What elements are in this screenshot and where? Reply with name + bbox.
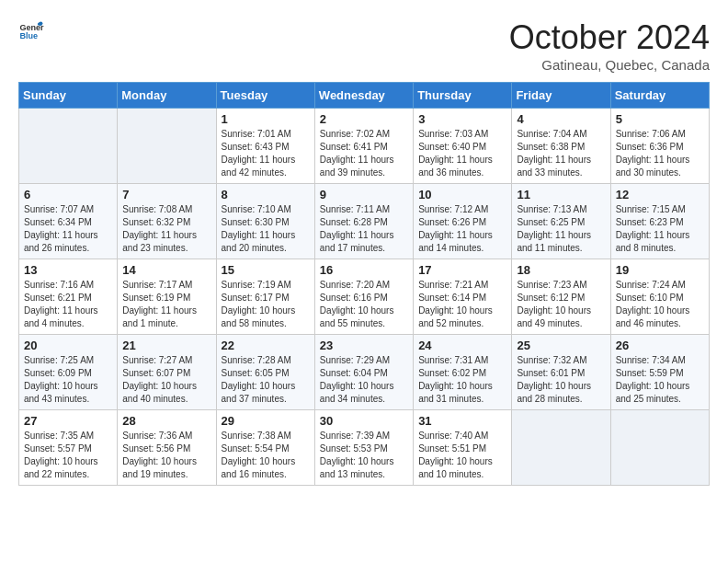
- day-info: Sunrise: 7:29 AM Sunset: 6:04 PM Dayligh…: [320, 354, 408, 406]
- calendar-cell: 26Sunrise: 7:34 AM Sunset: 5:59 PM Dayli…: [610, 335, 709, 410]
- day-info: Sunrise: 7:25 AM Sunset: 6:09 PM Dayligh…: [24, 354, 112, 406]
- day-info: Sunrise: 7:31 AM Sunset: 6:02 PM Dayligh…: [418, 354, 506, 406]
- day-number: 21: [122, 339, 210, 352]
- calendar-cell: 19Sunrise: 7:24 AM Sunset: 6:10 PM Dayli…: [610, 259, 709, 335]
- day-info: Sunrise: 7:40 AM Sunset: 5:51 PM Dayligh…: [418, 430, 506, 481]
- calendar-cell: 30Sunrise: 7:39 AM Sunset: 5:53 PM Dayli…: [314, 410, 413, 486]
- day-info: Sunrise: 7:02 AM Sunset: 6:41 PM Dayligh…: [320, 128, 408, 179]
- calendar-cell: 7Sunrise: 7:08 AM Sunset: 6:32 PM Daylig…: [118, 184, 216, 259]
- day-number: 22: [222, 339, 310, 352]
- calendar-cell: 21Sunrise: 7:27 AM Sunset: 6:07 PM Dayli…: [118, 335, 216, 410]
- calendar-cell: 10Sunrise: 7:12 AM Sunset: 6:26 PM Dayli…: [414, 184, 512, 259]
- day-info: Sunrise: 7:04 AM Sunset: 6:38 PM Dayligh…: [517, 128, 605, 179]
- calendar-cell: 16Sunrise: 7:20 AM Sunset: 6:16 PM Dayli…: [314, 259, 413, 335]
- day-number: 28: [122, 414, 210, 428]
- day-info: Sunrise: 7:17 AM Sunset: 6:19 PM Dayligh…: [122, 279, 210, 330]
- calendar-cell: 5Sunrise: 7:06 AM Sunset: 6:36 PM Daylig…: [610, 109, 709, 184]
- header-day-wednesday: Wednesday: [314, 83, 413, 109]
- day-number: 12: [616, 188, 704, 201]
- day-number: 30: [320, 414, 408, 428]
- day-info: Sunrise: 7:21 AM Sunset: 6:14 PM Dayligh…: [418, 279, 506, 330]
- calendar-week-4: 20Sunrise: 7:25 AM Sunset: 6:09 PM Dayli…: [19, 335, 710, 410]
- calendar-week-1: 1Sunrise: 7:01 AM Sunset: 6:43 PM Daylig…: [19, 109, 710, 184]
- day-info: Sunrise: 7:10 AM Sunset: 6:30 PM Dayligh…: [222, 203, 310, 255]
- day-info: Sunrise: 7:07 AM Sunset: 6:34 PM Dayligh…: [24, 203, 112, 255]
- day-number: 29: [222, 414, 310, 428]
- calendar-cell: 25Sunrise: 7:32 AM Sunset: 6:01 PM Dayli…: [512, 335, 610, 410]
- page-header: General Blue October 2024 Gatineau, Queb…: [18, 18, 710, 73]
- day-number: 14: [122, 263, 210, 277]
- day-number: 24: [418, 339, 506, 352]
- header-day-tuesday: Tuesday: [216, 83, 314, 109]
- calendar-cell: 4Sunrise: 7:04 AM Sunset: 6:38 PM Daylig…: [512, 109, 610, 184]
- day-info: Sunrise: 7:28 AM Sunset: 6:05 PM Dayligh…: [222, 354, 310, 406]
- calendar-cell: [610, 410, 709, 486]
- calendar-cell: 14Sunrise: 7:17 AM Sunset: 6:19 PM Dayli…: [118, 259, 216, 335]
- day-info: Sunrise: 7:06 AM Sunset: 6:36 PM Dayligh…: [616, 128, 704, 179]
- location-subtitle: Gatineau, Quebec, Canada: [509, 57, 710, 73]
- calendar-cell: 11Sunrise: 7:13 AM Sunset: 6:25 PM Dayli…: [512, 184, 610, 259]
- day-info: Sunrise: 7:38 AM Sunset: 5:54 PM Dayligh…: [222, 430, 310, 481]
- calendar-cell: 8Sunrise: 7:10 AM Sunset: 6:30 PM Daylig…: [216, 184, 314, 259]
- day-info: Sunrise: 7:11 AM Sunset: 6:28 PM Dayligh…: [320, 203, 408, 255]
- calendar-cell: 20Sunrise: 7:25 AM Sunset: 6:09 PM Dayli…: [19, 335, 118, 410]
- day-number: 4: [517, 112, 605, 126]
- day-info: Sunrise: 7:39 AM Sunset: 5:53 PM Dayligh…: [320, 430, 408, 481]
- day-number: 1: [222, 112, 310, 126]
- day-number: 9: [320, 188, 408, 201]
- calendar-cell: 12Sunrise: 7:15 AM Sunset: 6:23 PM Dayli…: [610, 184, 709, 259]
- header-day-saturday: Saturday: [610, 83, 709, 109]
- calendar-cell: 15Sunrise: 7:19 AM Sunset: 6:17 PM Dayli…: [216, 259, 314, 335]
- day-info: Sunrise: 7:13 AM Sunset: 6:25 PM Dayligh…: [517, 203, 605, 255]
- calendar-week-3: 13Sunrise: 7:16 AM Sunset: 6:21 PM Dayli…: [19, 259, 710, 335]
- calendar-cell: 22Sunrise: 7:28 AM Sunset: 6:05 PM Dayli…: [216, 335, 314, 410]
- day-info: Sunrise: 7:34 AM Sunset: 5:59 PM Dayligh…: [616, 354, 704, 406]
- calendar-cell: 1Sunrise: 7:01 AM Sunset: 6:43 PM Daylig…: [216, 109, 314, 184]
- calendar-cell: 9Sunrise: 7:11 AM Sunset: 6:28 PM Daylig…: [314, 184, 413, 259]
- day-number: 13: [24, 263, 112, 277]
- month-title: October 2024: [509, 18, 710, 57]
- day-info: Sunrise: 7:15 AM Sunset: 6:23 PM Dayligh…: [616, 203, 704, 255]
- logo-icon: General Blue: [18, 18, 44, 44]
- day-number: 7: [122, 188, 210, 201]
- day-number: 10: [418, 188, 506, 201]
- day-info: Sunrise: 7:24 AM Sunset: 6:10 PM Dayligh…: [616, 279, 704, 330]
- day-info: Sunrise: 7:08 AM Sunset: 6:32 PM Dayligh…: [122, 203, 210, 255]
- calendar-table: SundayMondayTuesdayWednesdayThursdayFrid…: [18, 82, 710, 486]
- calendar-cell: 17Sunrise: 7:21 AM Sunset: 6:14 PM Dayli…: [414, 259, 512, 335]
- day-info: Sunrise: 7:19 AM Sunset: 6:17 PM Dayligh…: [222, 279, 310, 330]
- day-number: 3: [418, 112, 506, 126]
- day-info: Sunrise: 7:36 AM Sunset: 5:56 PM Dayligh…: [122, 430, 210, 481]
- day-info: Sunrise: 7:32 AM Sunset: 6:01 PM Dayligh…: [517, 354, 605, 406]
- day-number: 27: [24, 414, 112, 428]
- header-day-friday: Friday: [512, 83, 610, 109]
- calendar-cell: [512, 410, 610, 486]
- calendar-cell: 27Sunrise: 7:35 AM Sunset: 5:57 PM Dayli…: [19, 410, 118, 486]
- day-info: Sunrise: 7:23 AM Sunset: 6:12 PM Dayligh…: [517, 279, 605, 330]
- calendar-cell: 18Sunrise: 7:23 AM Sunset: 6:12 PM Dayli…: [512, 259, 610, 335]
- day-number: 20: [24, 339, 112, 352]
- calendar-cell: 24Sunrise: 7:31 AM Sunset: 6:02 PM Dayli…: [414, 335, 512, 410]
- calendar-cell: 6Sunrise: 7:07 AM Sunset: 6:34 PM Daylig…: [19, 184, 118, 259]
- day-number: 5: [616, 112, 704, 126]
- day-number: 16: [320, 263, 408, 277]
- calendar-cell: [19, 109, 118, 184]
- calendar-header-row: SundayMondayTuesdayWednesdayThursdayFrid…: [19, 83, 710, 109]
- header-day-thursday: Thursday: [414, 83, 512, 109]
- day-info: Sunrise: 7:16 AM Sunset: 6:21 PM Dayligh…: [24, 279, 112, 330]
- calendar-cell: 2Sunrise: 7:02 AM Sunset: 6:41 PM Daylig…: [314, 109, 413, 184]
- day-info: Sunrise: 7:01 AM Sunset: 6:43 PM Dayligh…: [222, 128, 310, 179]
- header-day-sunday: Sunday: [19, 83, 118, 109]
- calendar-cell: 13Sunrise: 7:16 AM Sunset: 6:21 PM Dayli…: [19, 259, 118, 335]
- day-number: 17: [418, 263, 506, 277]
- day-number: 31: [418, 414, 506, 428]
- calendar-week-5: 27Sunrise: 7:35 AM Sunset: 5:57 PM Dayli…: [19, 410, 710, 486]
- header-day-monday: Monday: [118, 83, 216, 109]
- day-info: Sunrise: 7:12 AM Sunset: 6:26 PM Dayligh…: [418, 203, 506, 255]
- day-number: 6: [24, 188, 112, 201]
- calendar-cell: [118, 109, 216, 184]
- day-info: Sunrise: 7:27 AM Sunset: 6:07 PM Dayligh…: [122, 354, 210, 406]
- calendar-cell: 3Sunrise: 7:03 AM Sunset: 6:40 PM Daylig…: [414, 109, 512, 184]
- calendar-cell: 23Sunrise: 7:29 AM Sunset: 6:04 PM Dayli…: [314, 335, 413, 410]
- svg-text:Blue: Blue: [19, 31, 38, 40]
